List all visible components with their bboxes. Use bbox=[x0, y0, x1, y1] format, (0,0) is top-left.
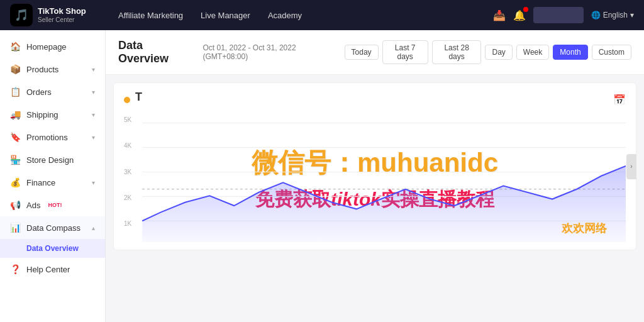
nav-right: 📥 🔔 🌐 English ▾ bbox=[493, 7, 634, 23]
chevron-down-icon: ▾ bbox=[92, 134, 95, 141]
language-selector[interactable]: 🌐 English ▾ bbox=[591, 11, 634, 19]
chart-area-fill bbox=[142, 166, 626, 242]
filter-month[interactable]: Month bbox=[553, 45, 587, 60]
top-nav: 🎵 TikTok Shop Seller Center Affiliate Ma… bbox=[0, 0, 644, 30]
tiktok-logo-icon: 🎵 bbox=[10, 4, 33, 26]
metric-label: T bbox=[135, 91, 142, 104]
seller-center-label: Seller Center bbox=[38, 16, 86, 23]
sidebar-item-data-compass[interactable]: 📊 Data Compass ▴ bbox=[0, 216, 105, 239]
hot-badge: HOT! bbox=[48, 202, 62, 208]
data-overview-header: Data Overview Oct 01, 2022 - Oct 31, 202… bbox=[106, 30, 644, 75]
shipping-icon: 🚚 bbox=[10, 109, 20, 119]
sidebar-item-ads[interactable]: 📢 Ads HOT! bbox=[0, 194, 105, 216]
date-range: Oct 01, 2022 - Oct 31, 2022 (GMT+08:00) bbox=[203, 43, 336, 61]
time-filter-group: Today Last 7 days Last 28 days Day Week … bbox=[345, 40, 631, 64]
help-icon: ❓ bbox=[10, 264, 20, 274]
expand-panel-button[interactable]: › bbox=[626, 154, 636, 179]
bottom-watermark: 欢欢网络 bbox=[562, 221, 607, 236]
chevron-down-icon: ▾ bbox=[92, 66, 95, 73]
chevron-down-icon: ▾ bbox=[92, 89, 95, 96]
sidebar-sub-item-data-overview[interactable]: Data Overview bbox=[0, 239, 105, 258]
y-label-1k: 1K bbox=[124, 220, 131, 227]
page-title: Data Overview bbox=[118, 39, 192, 65]
calendar-icon[interactable]: 📅 bbox=[613, 94, 626, 106]
nav-affiliate-marketing[interactable]: Affiliate Marketing bbox=[118, 11, 183, 20]
filter-day[interactable]: Day bbox=[485, 45, 512, 60]
sidebar-item-finance[interactable]: 💰 Finance ▾ bbox=[0, 171, 105, 194]
y-label-3k: 3K bbox=[124, 169, 131, 175]
brand-name: TikTok Shop bbox=[38, 7, 86, 16]
inbox-icon[interactable]: 📥 bbox=[493, 9, 506, 21]
sidebar-item-shipping[interactable]: 🚚 Shipping ▾ bbox=[0, 103, 105, 126]
chart-svg-wrapper: 5K 4K 3K 2K 1K bbox=[124, 116, 626, 242]
nav-live-manager[interactable]: Live Manager bbox=[201, 11, 250, 20]
filter-week[interactable]: Week bbox=[516, 45, 549, 60]
main-layout: 🏠 Homepage 📦 Products ▾ 📋 Orders ▾ 🚚 Shi… bbox=[0, 30, 644, 322]
filter-custom[interactable]: Custom bbox=[592, 45, 631, 60]
line-chart bbox=[124, 116, 626, 242]
sidebar-item-homepage[interactable]: 🏠 Homepage bbox=[0, 35, 105, 58]
sidebar-item-promotions[interactable]: 🔖 Promotions ▾ bbox=[0, 126, 105, 148]
nav-links: Affiliate Marketing Live Manager Academy bbox=[118, 11, 473, 20]
sidebar: 🏠 Homepage 📦 Products ▾ 📋 Orders ▾ 🚚 Shi… bbox=[0, 30, 106, 322]
notification-icon[interactable]: 🔔 bbox=[513, 9, 526, 21]
sidebar-item-orders[interactable]: 📋 Orders ▾ bbox=[0, 80, 105, 103]
y-label-5k: 5K bbox=[124, 116, 131, 123]
promotions-icon: 🔖 bbox=[10, 132, 20, 142]
metric-row: T 📅 bbox=[124, 91, 626, 109]
y-label-4k: 4K bbox=[124, 142, 131, 149]
notification-badge bbox=[523, 7, 528, 12]
finance-icon: 💰 bbox=[10, 177, 20, 187]
filter-today[interactable]: Today bbox=[345, 45, 379, 60]
logo-text: TikTok Shop Seller Center bbox=[38, 7, 86, 23]
products-icon: 📦 bbox=[10, 64, 20, 74]
ads-icon: 📢 bbox=[10, 200, 20, 210]
nav-academy[interactable]: Academy bbox=[268, 11, 302, 20]
logo-area: 🎵 TikTok Shop Seller Center bbox=[10, 4, 98, 26]
orders-icon: 📋 bbox=[10, 87, 20, 97]
data-compass-icon: 📊 bbox=[10, 223, 20, 233]
sidebar-item-help-center[interactable]: ❓ Help Center bbox=[0, 258, 105, 280]
metric-dot bbox=[124, 97, 130, 103]
chevron-up-icon: ▴ bbox=[92, 225, 95, 231]
avatar[interactable] bbox=[533, 7, 584, 23]
chart-container: T 📅 微信号：muhuanidc 免费获取tiktok实操直播教程 5K 4K… bbox=[113, 82, 636, 250]
sidebar-item-products[interactable]: 📦 Products ▾ bbox=[0, 58, 105, 80]
store-design-icon: 🏪 bbox=[10, 155, 20, 165]
chevron-down-icon: ▾ bbox=[92, 179, 95, 186]
y-label-2k: 2K bbox=[124, 194, 131, 201]
sidebar-item-store-design[interactable]: 🏪 Store Design bbox=[0, 148, 105, 171]
content-area: Data Overview Oct 01, 2022 - Oct 31, 202… bbox=[106, 30, 644, 322]
chevron-down-icon: ▾ bbox=[92, 111, 95, 118]
filter-last-28-days[interactable]: Last 28 days bbox=[432, 40, 482, 64]
home-icon: 🏠 bbox=[10, 42, 20, 52]
filter-last-7-days[interactable]: Last 7 days bbox=[382, 40, 428, 64]
y-axis-labels: 5K 4K 3K 2K 1K bbox=[124, 116, 131, 230]
